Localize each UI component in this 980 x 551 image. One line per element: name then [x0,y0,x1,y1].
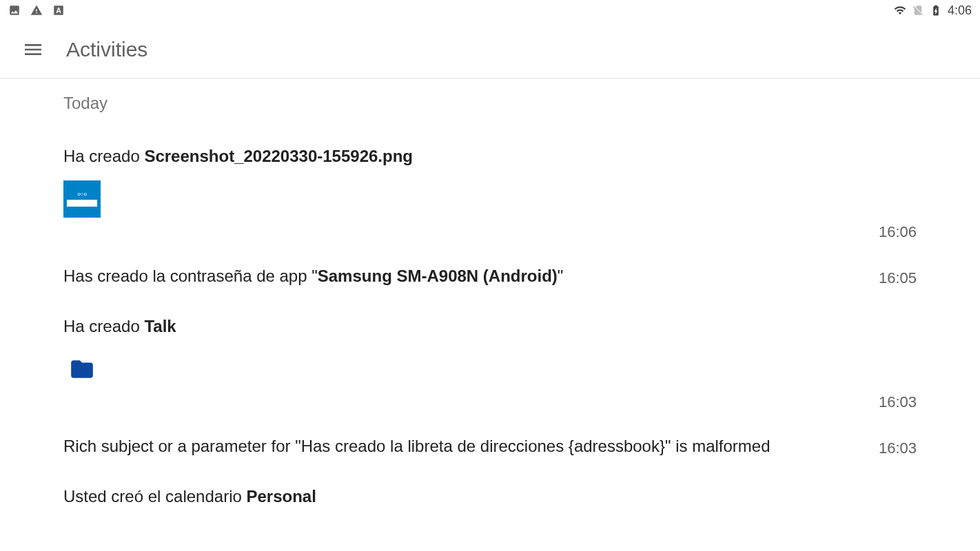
status-bar: A 4:06 [0,0,980,21]
page-title: Activities [66,38,147,61]
activity-text: Ha creado Talk [63,315,917,338]
activity-time: 16:06 [879,223,917,241]
font-notification-icon: A [52,4,65,17]
activity-time: 16:03 [879,393,917,411]
activity-text: Usted creó el calendario Personal [63,485,917,508]
activity-text: Has creado la contraseña de app "Samsung… [63,264,917,288]
activity-item[interactable]: Has creado la contraseña de app "Samsung… [63,245,917,296]
no-sim-icon [912,4,924,17]
activity-time: 16:05 [879,269,917,287]
status-time: 4:06 [948,3,972,18]
image-notification-icon [8,4,21,17]
activity-time: 16:03 [879,439,917,457]
folder-icon [66,356,98,382]
section-header: Today [63,79,917,125]
warning-notification-icon [30,4,43,17]
activity-item[interactable]: Ha creado Talk 16:03 [63,295,917,415]
activity-item[interactable]: Rich subject or a parameter for "Has cre… [63,415,917,466]
wifi-icon [894,4,906,17]
hamburger-icon [22,39,44,61]
menu-button[interactable] [17,33,50,66]
activity-text: Ha creado Screenshot_20220330-155926.png [63,145,917,168]
activity-text: Rich subject or a parameter for "Has cre… [63,435,917,458]
activity-item[interactable]: Ha creado Screenshot_20220330-155926.png… [63,125,917,245]
app-bar: Activities [0,21,980,79]
activity-thumbnail[interactable] [63,351,101,388]
svg-text:A: A [56,6,61,14]
screenshot-thumbnail-icon: o○o [63,180,101,218]
activity-item[interactable]: Usted creó el calendario Personal [63,466,917,517]
activity-list[interactable]: Today Ha creado Screenshot_20220330-1559… [0,79,980,551]
battery-charging-icon [930,4,942,17]
activity-thumbnail[interactable]: o○o [63,180,101,218]
